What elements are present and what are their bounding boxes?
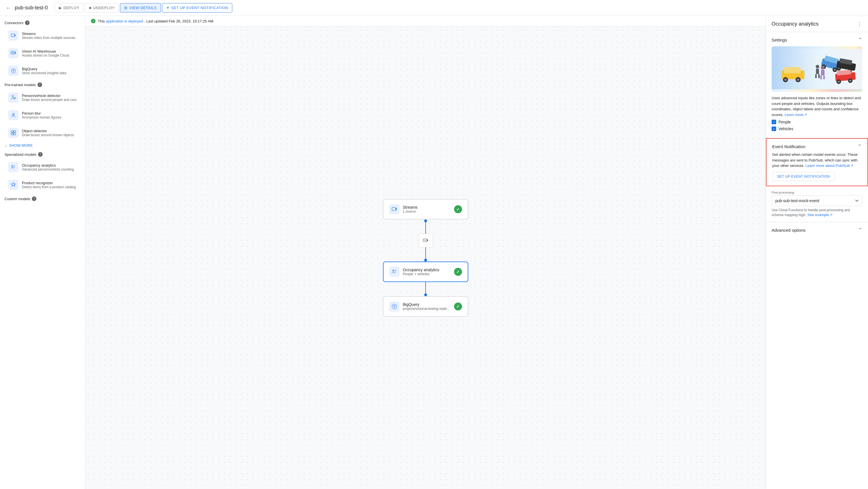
canvas-content: Streams 1 source (85, 26, 766, 489)
advanced-options-section: Advanced options ⌃ (766, 222, 868, 238)
person-vehicle-icon (8, 92, 19, 103)
sidebar-item-person-vehicle[interactable]: Person/vehicle detector Draw boxes aroun… (5, 89, 81, 106)
svg-point-28 (797, 79, 800, 81)
show-more-button[interactable]: ⌄ SHOW MORE (5, 142, 81, 149)
connector-1 (425, 219, 426, 234)
settings-collapse-icon: ⌃ (858, 37, 862, 43)
status-bar: This application is deployed . Last upda… (85, 16, 766, 26)
svg-point-2 (12, 52, 13, 53)
view-details-button[interactable]: ⊞ VIEW DETAILS (120, 3, 161, 12)
bigquery-node-icon (389, 301, 399, 312)
vision-ai-icon (8, 48, 19, 58)
topbar-actions: ▶ DEPLOY ■ UNDEPLOY ⊞ VIEW DETAILS ✦ SET… (55, 3, 232, 12)
svg-point-18 (393, 270, 394, 271)
object-detector-icon (8, 128, 19, 138)
settings-header[interactable]: Settings ⌃ (772, 37, 862, 43)
canvas-area: This application is deployed . Last upda… (85, 16, 766, 489)
svg-point-26 (784, 79, 787, 81)
svg-point-5 (12, 95, 13, 97)
svg-point-13 (12, 165, 13, 166)
pretrained-help-icon[interactable]: ? (37, 83, 42, 87)
settings-section: Settings ⌃ (766, 32, 868, 138)
occupancy-node-icon (389, 267, 399, 277)
sidebar-item-vision-ai[interactable]: Vision AI Warehouse Assets stored on Goo… (5, 45, 81, 61)
sidebar: Connectors ? Streams Stream video from m… (0, 16, 85, 489)
app-title: pub-sub-test-0 (15, 5, 48, 11)
deploy-button[interactable]: ▶ DEPLOY (55, 3, 84, 12)
sidebar-item-bigquery[interactable]: BigQuery Store structured insights data (5, 63, 81, 79)
svg-point-51 (821, 66, 824, 69)
setup-event-button[interactable]: ✦ SET UP EVENT NOTIFICATION (162, 3, 232, 12)
pipeline: Streams 1 source (383, 199, 468, 317)
post-processing-label: Post-processing (772, 191, 862, 194)
specialized-section-title: Specialized models ? (5, 152, 81, 157)
svg-point-14 (14, 165, 15, 166)
sidebar-item-object-detector[interactable]: Object detector Draw boxes around known … (5, 124, 81, 141)
sidebar-item-occupancy[interactable]: Occupancy analytics Advanced person/vehi… (5, 159, 81, 176)
transform-node (419, 234, 432, 247)
undeploy-icon: ■ (89, 6, 91, 10)
streams-icon (8, 30, 19, 41)
sidebar-item-streams[interactable]: Streams Stream video from multiple sourc… (5, 27, 81, 44)
svg-rect-54 (824, 75, 825, 79)
svg-rect-6 (14, 97, 16, 99)
setup-event-notification-button[interactable]: SET UP EVENT NOTIFICATION (772, 172, 835, 181)
advanced-options-header[interactable]: Advanced options ⌃ (772, 227, 862, 233)
topbar: ← pub-sub-test-0 ▶ DEPLOY ■ UNDEPLOY ⊞ V… (0, 0, 868, 16)
svg-rect-53 (820, 75, 822, 79)
right-panel: Occupancy analytics ⋮ Settings ⌃ (766, 16, 868, 489)
main-layout: Connectors ? Streams Stream video from m… (0, 16, 868, 489)
svg-rect-15 (392, 207, 396, 210)
more-options-icon[interactable]: ⋮ (857, 21, 862, 27)
occupancy-pipeline-node[interactable]: Occupancy analytics People + vehicles (383, 262, 468, 282)
custom-help-icon[interactable]: ? (32, 196, 36, 201)
vehicles-checkbox-row: Vehicles (772, 126, 862, 131)
event-notification-section: Event Notification ⌃ Get alerted when ce… (766, 138, 868, 186)
svg-rect-52 (821, 70, 825, 75)
connector-3 (425, 282, 426, 296)
product-icon (8, 180, 19, 190)
svg-rect-24 (784, 67, 801, 73)
bigquery-node-check (454, 303, 462, 310)
specialized-help-icon[interactable]: ? (38, 152, 43, 157)
occupancy-icon (8, 162, 19, 172)
svg-rect-1 (11, 51, 15, 54)
connector-2 (425, 247, 426, 262)
svg-point-19 (395, 270, 396, 271)
preview-image (772, 47, 862, 92)
deploy-icon: ▶ (59, 6, 62, 10)
right-panel-title: Occupancy analytics (772, 21, 818, 27)
back-button[interactable]: ← (5, 3, 12, 12)
svg-point-4 (13, 71, 14, 72)
advanced-collapse-icon: ⌃ (858, 227, 862, 233)
svg-rect-48 (816, 68, 819, 74)
vehicles-checkbox[interactable] (772, 126, 776, 131)
bigquery-pipeline-node[interactable]: BigQuery projects/visionai-testing-stabl… (383, 296, 468, 317)
svg-rect-9 (11, 131, 13, 133)
sidebar-item-product[interactable]: Product recognizer Detect items from a p… (5, 177, 81, 193)
undeploy-button[interactable]: ■ UNDEPLOY (85, 3, 119, 12)
svg-rect-10 (14, 131, 16, 133)
svg-rect-16 (423, 239, 427, 241)
custom-section-title: Custom models ? (5, 196, 81, 201)
pretrained-section-title: Pre-trained models ? (5, 83, 81, 87)
deployed-link[interactable]: application is deployed (106, 19, 143, 23)
sidebar-item-person-blur[interactable]: Person blur Anonymize human figures (5, 107, 81, 123)
people-checkbox[interactable] (772, 120, 776, 124)
learn-more-link[interactable]: Learn more ↗ (785, 112, 807, 118)
streams-pipeline-node[interactable]: Streams 1 source (383, 199, 468, 219)
event-collapse-icon[interactable]: ⌃ (858, 143, 862, 150)
svg-rect-50 (818, 74, 820, 78)
event-section-header: Event Notification ⌃ (772, 143, 862, 150)
pubsub-learn-more-link[interactable]: Learn more about Pub/Sub ↗ (805, 163, 854, 169)
view-details-icon: ⊞ (124, 6, 128, 10)
svg-rect-11 (11, 133, 13, 135)
status-dot-icon (91, 19, 96, 23)
post-processing-select[interactable]: pub-sub-test-mock-event (772, 195, 862, 206)
connectors-help-icon[interactable]: ? (25, 21, 30, 25)
svg-rect-0 (11, 34, 15, 37)
setup-event-icon: ✦ (166, 6, 170, 10)
see-example-link[interactable]: See example ↗ (807, 212, 833, 217)
streams-node-icon (389, 204, 399, 214)
people-checkbox-row: People (772, 120, 862, 124)
